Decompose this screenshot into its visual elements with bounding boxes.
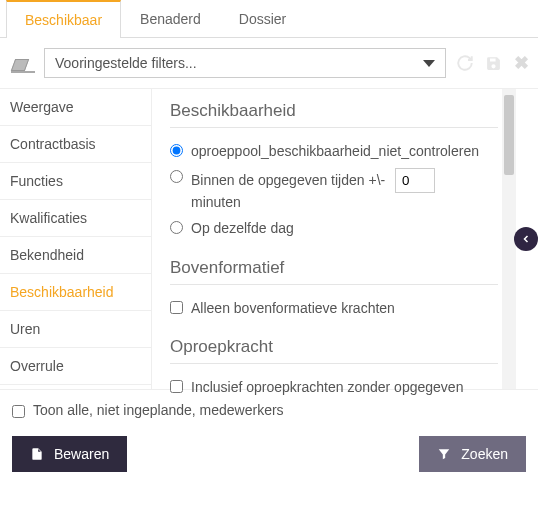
checkbox-oncall-label: Inclusief oproepkrachten zonder opgegeve… — [191, 378, 498, 396]
filter-icon — [437, 446, 451, 462]
sidebar-item-kwalificaties[interactable]: Kwalificaties — [0, 200, 151, 237]
radio-within-times-label: Binnen de opgegeven tijden +\- minuten — [191, 168, 498, 211]
refresh-icon[interactable] — [456, 54, 474, 72]
chevron-down-icon — [423, 60, 435, 67]
scrollbar-thumb[interactable] — [504, 95, 514, 175]
sidebar-item-beschikbaarheid[interactable]: Beschikbaarheid — [0, 274, 151, 311]
search-button[interactable]: Zoeken — [419, 436, 526, 472]
sidebar-item-uren[interactable]: Uren — [0, 311, 151, 348]
search-button-label: Zoeken — [461, 446, 508, 462]
divider — [170, 127, 498, 128]
divider — [170, 284, 498, 285]
filter-actions: ✖ — [456, 54, 530, 72]
close-icon[interactable]: ✖ — [512, 54, 530, 72]
checkbox-show-all[interactable] — [12, 405, 25, 418]
content-panel: Beschikbaarheid oproeppool_beschikbaarhe… — [152, 89, 538, 400]
section-oproepkracht-title: Oproepkracht — [170, 337, 498, 357]
footer: Toon alle, niet ingeplande, medewerkers … — [0, 389, 538, 488]
section-beschikbaarheid-title: Beschikbaarheid — [170, 101, 498, 121]
tabs: Beschikbaar Benaderd Dossier — [0, 0, 538, 38]
preset-filters-label: Vooringestelde filters... — [55, 55, 197, 71]
sidebar: Weergave Contractbasis Functies Kwalific… — [0, 89, 152, 389]
sidebar-item-weergave[interactable]: Weergave — [0, 89, 151, 126]
sidebar-item-functies[interactable]: Functies — [0, 163, 151, 200]
save-icon[interactable] — [484, 54, 502, 72]
tab-benaderd[interactable]: Benaderd — [121, 0, 220, 37]
sidebar-item-contractbasis[interactable]: Contractbasis — [0, 126, 151, 163]
filter-bar: Vooringestelde filters... ✖ — [0, 38, 538, 89]
checkbox-supernumerary[interactable] — [170, 301, 183, 314]
radio-within-suffix: minuten — [191, 194, 241, 210]
checkbox-supernumerary-label: Alleen bovenformatieve krachten — [191, 299, 498, 317]
eraser-icon[interactable] — [8, 55, 34, 71]
divider — [170, 363, 498, 364]
radio-within-times[interactable] — [170, 170, 183, 183]
minutes-input[interactable] — [395, 168, 435, 193]
save-button-label: Bewaren — [54, 446, 109, 462]
save-button[interactable]: Bewaren — [12, 436, 127, 472]
tab-dossier[interactable]: Dossier — [220, 0, 305, 37]
radio-dont-check[interactable] — [170, 144, 183, 157]
checkbox-show-all-label: Toon alle, niet ingeplande, medewerkers — [33, 402, 284, 418]
radio-same-day-label: Op dezelfde dag — [191, 219, 498, 237]
checkbox-oncall[interactable] — [170, 380, 183, 393]
radio-same-day[interactable] — [170, 221, 183, 234]
sidebar-item-bekendheid[interactable]: Bekendheid — [0, 237, 151, 274]
file-icon — [30, 446, 44, 462]
preset-filters-dropdown[interactable]: Vooringestelde filters... — [44, 48, 446, 78]
section-bovenformatief-title: Bovenformatief — [170, 258, 498, 278]
tab-beschikbaar[interactable]: Beschikbaar — [6, 0, 121, 38]
body: Weergave Contractbasis Functies Kwalific… — [0, 89, 538, 389]
radio-dont-check-label: oproeppool_beschikbaarheid_niet_controle… — [191, 142, 498, 160]
radio-within-prefix: Binnen de opgegeven tijden +\- — [191, 172, 385, 188]
collapse-panel-button[interactable] — [514, 227, 538, 251]
sidebar-item-overrule[interactable]: Overrule — [0, 348, 151, 385]
